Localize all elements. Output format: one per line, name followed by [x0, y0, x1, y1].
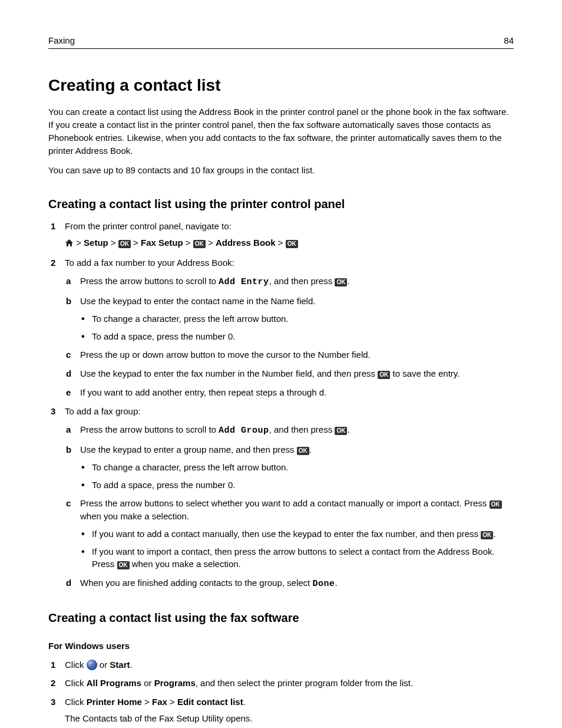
page: Faxing 84 Creating a contact list You ca… [0, 0, 562, 728]
ok-icon: OK [481, 531, 493, 539]
win-2-post: , and then select the printer program fo… [196, 678, 413, 688]
nav-sep: > [144, 697, 150, 707]
step-3a-post: , and then press [269, 424, 335, 434]
step-2c: Press the up or down arrow button to mov… [65, 348, 514, 361]
step-2b-bullets: To change a character, press the left ar… [80, 312, 514, 343]
windows-steps: Click or Start. Click All Programs or Pr… [48, 658, 514, 728]
step-3d-pre: When you are finished adding contacts to… [80, 578, 312, 588]
step-2a-post: , and then press [269, 276, 335, 286]
nav-sep: > [170, 697, 175, 707]
step-2: To add a fax number to your Address Book… [48, 256, 514, 399]
win-2-b1: All Programs [87, 678, 141, 688]
step-3a: Press the arrow buttons to scroll to Add… [65, 423, 514, 437]
win-2-or: or [141, 678, 154, 688]
ok-icon: OK [117, 561, 130, 569]
win-3-b1: Printer Home [87, 697, 142, 707]
step-3c-b2-post: when you make a selection. [130, 559, 241, 569]
nav-sep: > [133, 238, 138, 248]
step-2d-pre: Use the keypad to enter the fax number i… [80, 368, 378, 378]
step-2a-pre: Press the arrow buttons to scroll to [80, 276, 219, 286]
section-a-steps: From the printer control panel, navigate… [48, 220, 514, 591]
step-3-lead: To add a fax group: [65, 406, 140, 416]
section-a-heading: Creating a contact list using the printe… [48, 196, 514, 213]
step-2a: Press the arrow buttons to scroll to Add… [65, 275, 514, 289]
nav-sep: > [208, 238, 213, 248]
step-3c-bullet-1: If you want to add a contact manually, t… [80, 528, 514, 541]
win-1-start: Start [110, 660, 130, 670]
step-1: From the printer control panel, navigate… [48, 220, 514, 251]
home-icon [65, 238, 74, 251]
win-3-b2: Fax [152, 697, 167, 707]
header-section: Faxing [48, 34, 75, 47]
step-2d-post: to save the entry. [390, 368, 459, 378]
step-3a-mono: Add Group [219, 426, 269, 436]
step-3c-pre: Press the arrow buttons to select whethe… [80, 498, 490, 508]
intro-paragraph-1: You can create a contact list using the … [48, 106, 514, 157]
step-3c-bullet-2: If you want to import a contact, then pr… [80, 545, 514, 571]
step-3b: Use the keypad to enter a group name, an… [65, 443, 514, 491]
win-step-2: Click All Programs or Programs, and then… [48, 677, 514, 690]
step-2b-bullet-2: To add a space, press the number 0. [80, 330, 514, 343]
step-2b-bullet-1: To change a character, press the left ar… [80, 312, 514, 325]
nav-sep: > [76, 238, 81, 248]
win-step-3: Click Printer Home > Fax > Edit contact … [48, 696, 514, 725]
step-3c-post: when you make a selection. [80, 511, 189, 521]
nav-sep: > [186, 238, 191, 248]
step-2-lead: To add a fax number to your Address Book… [65, 258, 234, 268]
step-1-lead: From the printer control panel, navigate… [65, 221, 232, 231]
step-3c-bullets: If you want to add a contact manually, t… [80, 528, 514, 571]
nav-path: > Setup > OK > Fax Setup > OK > Address … [65, 236, 514, 251]
header-page-number: 84 [504, 34, 514, 47]
nav-setup: Setup [84, 238, 108, 248]
nav-sep: > [111, 238, 116, 248]
ok-icon: OK [118, 240, 131, 248]
nav-sep: > [278, 238, 283, 248]
step-2e: If you want to add another entry, then r… [65, 386, 514, 399]
step-2b-text: Use the keypad to enter the contact name… [80, 296, 315, 306]
step-3d-mono: Done [312, 579, 335, 589]
section-b-heading: Creating a contact list using the fax so… [48, 610, 514, 627]
ok-icon: OK [378, 371, 390, 379]
step-2a-mono: Add Entry [219, 277, 269, 287]
ok-icon: OK [490, 500, 502, 509]
step-3c: Press the arrow buttons to select whethe… [65, 497, 514, 571]
nav-address-book: Address Book [216, 238, 276, 248]
win-3-sub: The Contacts tab of the Fax Setup Utilit… [65, 712, 514, 725]
win-1-or: or [97, 660, 110, 670]
win-3-b3: Edit contact list [177, 697, 243, 707]
page-title: Creating a contact list [48, 74, 514, 98]
intro-paragraph-2: You can save up to 89 contacts and 10 fa… [48, 164, 514, 177]
step-3d: When you are finished adding contacts to… [65, 577, 514, 591]
step-3c-b1-pre: If you want to add a contact manually, t… [92, 529, 481, 539]
win-2-b2: Programs [154, 678, 196, 688]
page-header: Faxing 84 [48, 34, 514, 49]
step-3b-pre: Use the keypad to enter a group name, an… [80, 444, 297, 454]
ok-icon: OK [193, 240, 206, 248]
win-step-1: Click or Start. [48, 658, 514, 671]
ok-icon: OK [335, 427, 347, 435]
step-3b-bullet-1: To change a character, press the left ar… [80, 461, 514, 474]
ok-icon: OK [286, 240, 298, 248]
step-3a-pre: Press the arrow buttons to scroll to [80, 424, 219, 434]
step-2d: Use the keypad to enter the fax number i… [65, 367, 514, 380]
win-3-pre: Click [65, 697, 87, 707]
step-3b-bullets: To change a character, press the left ar… [80, 461, 514, 492]
ok-icon: OK [297, 447, 309, 455]
win-2-pre: Click [65, 678, 87, 688]
step-3: To add a fax group: Press the arrow butt… [48, 405, 514, 591]
step-3-substeps: Press the arrow buttons to scroll to Add… [65, 423, 514, 591]
step-2-substeps: Press the arrow buttons to scroll to Add… [65, 275, 514, 398]
nav-fax-setup: Fax Setup [141, 238, 183, 248]
windows-users-heading: For Windows users [48, 640, 514, 653]
step-3b-bullet-2: To add a space, press the number 0. [80, 479, 514, 492]
start-orb-icon [87, 660, 97, 670]
step-2b: Use the keypad to enter the contact name… [65, 295, 514, 342]
win-1-pre: Click [65, 660, 87, 670]
ok-icon: OK [335, 278, 347, 286]
